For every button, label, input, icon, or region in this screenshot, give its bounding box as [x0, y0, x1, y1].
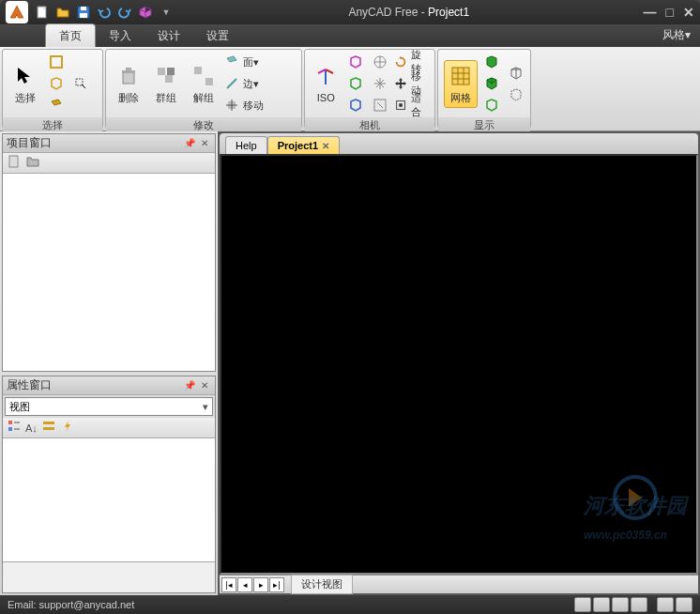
property-panel-toolbar: A↓: [3, 418, 215, 438]
select-box-icon[interactable]: [46, 52, 67, 72]
close-icon[interactable]: ✕: [198, 137, 211, 150]
select-button[interactable]: 选择: [8, 61, 42, 107]
view-iso3-icon[interactable]: [370, 95, 390, 115]
svg-rect-2: [81, 7, 86, 10]
property-grid[interactable]: [3, 438, 215, 560]
status-btn-1[interactable]: [574, 597, 591, 612]
status-bar: Email: support@anycad.net: [0, 595, 700, 614]
status-email: Email: support@anycad.net: [8, 599, 134, 610]
props-icon[interactable]: [41, 419, 56, 437]
iso-button[interactable]: ISO: [311, 62, 342, 105]
doc-tab-project1[interactable]: Project1 ✕: [267, 136, 340, 154]
undo-icon[interactable]: [96, 4, 113, 21]
ribbon-group-display: 网格 显示: [437, 49, 531, 129]
svg-rect-4: [51, 56, 62, 68]
chevron-down-icon: ▾: [203, 401, 208, 413]
status-btn-5[interactable]: [657, 597, 674, 612]
view-iso2-icon[interactable]: [370, 73, 390, 94]
style-menu[interactable]: 风格▾: [653, 23, 700, 47]
status-btn-2[interactable]: [593, 597, 610, 612]
ribbon-group-camera: ISO 旋转 移动 适合 相机: [304, 49, 435, 129]
svg-rect-7: [126, 68, 131, 70]
wire-icon[interactable]: [506, 63, 526, 84]
svg-rect-12: [205, 78, 213, 85]
lightning-icon[interactable]: [60, 419, 75, 437]
ribbon-group-select: 选择 选择: [2, 49, 103, 129]
redo-icon[interactable]: [116, 4, 133, 21]
window-controls: — □ ✕: [644, 5, 694, 20]
svg-rect-5: [123, 72, 134, 84]
project-name: Project1: [428, 6, 469, 19]
svg-rect-17: [399, 103, 403, 107]
project-panel-header: 项目窗口 📌 ✕: [3, 134, 215, 153]
grid-button[interactable]: 网格: [444, 60, 478, 108]
view-dropdown[interactable]: 视图 ▾: [5, 397, 213, 416]
grid-label: 网格: [450, 91, 471, 105]
app-icon: [6, 1, 28, 23]
last-view-icon[interactable]: ▸|: [269, 577, 284, 592]
project-panel: 项目窗口 📌 ✕: [2, 133, 216, 372]
shade-solid-icon[interactable]: [481, 52, 502, 72]
open-folder-icon[interactable]: [54, 4, 71, 21]
project-panel-title: 项目窗口: [7, 135, 52, 151]
select-face-icon[interactable]: [46, 95, 67, 115]
group-button[interactable]: 群组: [149, 61, 183, 107]
wire2-icon[interactable]: [506, 84, 526, 105]
maximize-button[interactable]: □: [666, 5, 674, 20]
sort-icon[interactable]: A↓: [25, 422, 38, 435]
doc-icon[interactable]: [7, 154, 22, 172]
pin-icon[interactable]: 📌: [183, 137, 196, 150]
main-area: 项目窗口 📌 ✕ 属性窗口 📌 ✕ 视图 ▾: [0, 131, 700, 595]
next-view-icon[interactable]: ▸: [253, 577, 268, 592]
prev-view-icon[interactable]: ◂: [237, 577, 252, 592]
ribbon-group-modify: 删除 群组 解组 面▾ 边▾ 移动 修改: [105, 49, 302, 129]
project-tree[interactable]: [3, 174, 215, 371]
tab-home[interactable]: 首页: [45, 23, 96, 47]
ungroup-button[interactable]: 解组: [187, 61, 221, 107]
watermark-text: 河东软件园 www.pc0359.cn: [584, 492, 687, 545]
new-file-icon[interactable]: [34, 4, 51, 21]
status-btn-6[interactable]: [676, 597, 692, 612]
view-tab-bar: |◂ ◂ ▸ ▸| 设计视图: [220, 575, 698, 593]
view-side-icon[interactable]: [345, 95, 366, 115]
fit-button[interactable]: 适合: [394, 95, 429, 115]
close-tab-icon[interactable]: ✕: [322, 141, 329, 151]
tab-settings[interactable]: 设置: [193, 24, 242, 47]
close-icon[interactable]: ✕: [198, 379, 211, 392]
svg-rect-9: [165, 75, 173, 83]
svg-rect-20: [8, 421, 12, 424]
shade-wire-icon[interactable]: [481, 73, 502, 94]
tab-design[interactable]: 设计: [145, 24, 193, 47]
move-button[interactable]: 移动: [224, 95, 264, 115]
select-lasso-icon[interactable]: [70, 73, 91, 94]
categorize-icon[interactable]: [7, 419, 22, 437]
view-top-icon[interactable]: [345, 73, 366, 94]
app-name: AnyCAD Free: [348, 6, 418, 19]
pin-icon[interactable]: 📌: [183, 379, 196, 392]
select-cube-icon[interactable]: [46, 73, 67, 94]
cube-icon[interactable]: [137, 4, 154, 21]
shade-hidden-icon[interactable]: [481, 95, 502, 115]
minimize-button[interactable]: —: [644, 5, 657, 20]
viewport-area: Help Project1 ✕ 河东软件园 www.pc0359.cn |◂ ◂…: [218, 131, 700, 595]
delete-button[interactable]: 删除: [112, 61, 145, 107]
view-iso1-icon[interactable]: [370, 52, 390, 72]
svg-rect-23: [43, 427, 54, 430]
first-view-icon[interactable]: |◂: [221, 577, 236, 592]
svg-rect-21: [8, 427, 12, 431]
face-menu[interactable]: 面▾: [224, 52, 264, 72]
tab-import[interactable]: 导入: [96, 24, 145, 47]
status-btn-3[interactable]: [612, 597, 629, 612]
close-button[interactable]: ✕: [683, 5, 694, 20]
folder-icon[interactable]: [25, 154, 40, 172]
edge-menu[interactable]: 边▾: [224, 73, 264, 94]
view-front-icon[interactable]: [345, 52, 366, 72]
svg-rect-18: [452, 68, 469, 84]
save-icon[interactable]: [75, 4, 92, 21]
doc-tab-help[interactable]: Help: [225, 136, 267, 154]
status-btn-4[interactable]: [631, 597, 647, 612]
view-tab-label[interactable]: 设计视图: [291, 575, 353, 594]
window-title: AnyCAD Free - Project1: [175, 6, 644, 19]
viewport[interactable]: 河东软件园 www.pc0359.cn: [220, 154, 698, 575]
qat-more-icon[interactable]: ▼: [158, 4, 175, 21]
